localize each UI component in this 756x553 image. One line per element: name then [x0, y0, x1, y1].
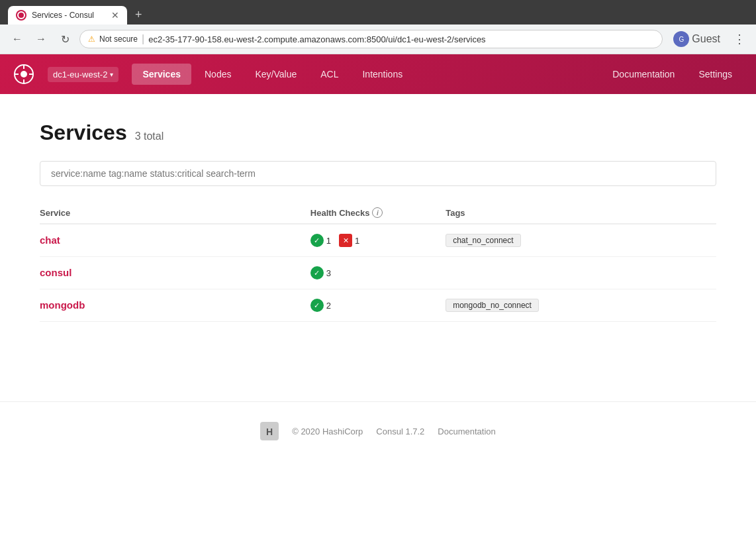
tag-mongodb-no-connect: mongodb_no_connect [446, 299, 539, 312]
table-row: consul ✓ 3 [40, 257, 716, 289]
service-name-chat[interactable]: chat [40, 234, 310, 246]
pass-count-consul: 3 [326, 268, 331, 278]
tags-chat: chat_no_connect [446, 234, 716, 247]
datacenter-selector[interactable]: dc1-eu-west-2 ▾ [48, 67, 118, 82]
nav-item-nodes[interactable]: Nodes [194, 64, 242, 85]
page-count: 3 total [135, 130, 164, 142]
nav-item-settings[interactable]: Settings [688, 64, 743, 85]
browser-menu-button[interactable]: ⋮ [731, 29, 748, 49]
datacenter-chevron-icon: ▾ [110, 71, 113, 78]
nav-item-acl[interactable]: ACL [310, 64, 349, 85]
browser-title-bar: Services - Consul ✕ + [0, 0, 756, 25]
header-health-checks: Health Checks i [310, 207, 446, 218]
table-row: mongodb ✓ 2 mongodb_no_connect [40, 289, 716, 322]
svg-point-1 [21, 71, 27, 77]
health-checks-mongodb: ✓ 2 [310, 299, 446, 312]
tag-chat-no-connect: chat_no_connect [446, 234, 520, 247]
health-checks-consul: ✓ 3 [310, 266, 446, 279]
service-name-mongodb[interactable]: mongodb [40, 299, 310, 311]
pass-icon: ✓ [310, 266, 324, 279]
nav-item-services[interactable]: Services [132, 64, 191, 85]
footer: H © 2020 HashiCorp Consul 1.7.2 Document… [0, 401, 756, 460]
page-title: Services [40, 121, 127, 145]
table-header: Service Health Checks i Tags [40, 202, 716, 225]
tab-title: Services - Consul [32, 11, 106, 20]
app-navbar: dc1-eu-west-2 ▾ Services Nodes Key/Value… [0, 54, 756, 94]
pass-icon: ✓ [310, 234, 324, 247]
pass-badge-consul: ✓ 3 [310, 266, 331, 279]
url-separator: | [142, 33, 144, 45]
fail-badge-chat: ✕ 1 [339, 234, 359, 247]
svg-text:H: H [266, 427, 273, 437]
tags-mongodb: mongodb_no_connect [446, 299, 716, 312]
nav-items: Services Nodes Key/Value ACL Intentions [132, 64, 602, 85]
footer-copyright: © 2020 HashiCorp [292, 427, 363, 436]
hashicorp-logo-icon: H [260, 422, 279, 440]
browser-tab[interactable]: Services - Consul ✕ [8, 6, 127, 25]
page-header: Services 3 total [40, 121, 716, 145]
table-row: chat ✓ 1 ✕ 1 chat_no_connect [40, 225, 716, 257]
pass-badge-chat: ✓ 1 [310, 234, 331, 247]
pass-count-chat: 1 [326, 236, 331, 246]
footer-documentation-link[interactable]: Documentation [438, 427, 495, 436]
fail-count-chat: 1 [355, 236, 359, 246]
profile-label: Guest [692, 33, 720, 45]
header-tags: Tags [446, 207, 716, 218]
forward-button[interactable]: → [32, 30, 50, 48]
header-service: Service [40, 207, 310, 218]
fail-icon: ✕ [339, 234, 352, 247]
nav-item-documentation[interactable]: Documentation [602, 64, 685, 85]
back-button[interactable]: ← [8, 30, 26, 48]
health-checks-chat: ✓ 1 ✕ 1 [310, 234, 446, 247]
health-checks-info-icon[interactable]: i [372, 207, 383, 218]
profile-icon: G [673, 31, 689, 47]
browser-chrome: Services - Consul ✕ + ← → ↻ ⚠ Not secure… [0, 0, 756, 54]
profile-button[interactable]: G Guest [668, 28, 726, 50]
search-container [40, 161, 716, 186]
pass-count-mongodb: 2 [326, 301, 331, 311]
search-input[interactable] [40, 161, 716, 186]
not-secure-label: Not secure [99, 34, 138, 44]
nav-right: Documentation Settings [602, 64, 743, 85]
reload-button[interactable]: ↻ [56, 30, 74, 48]
new-tab-button[interactable]: + [130, 5, 148, 25]
nav-item-keyvalue[interactable]: Key/Value [244, 64, 307, 85]
browser-controls: ← → ↻ ⚠ Not secure | G Guest ⋮ [0, 25, 756, 54]
app-logo[interactable] [13, 64, 34, 85]
datacenter-label: dc1-eu-west-2 [53, 70, 107, 79]
address-bar[interactable]: ⚠ Not secure | [79, 30, 663, 48]
tab-close-button[interactable]: ✕ [111, 11, 119, 20]
tab-favicon [16, 10, 26, 21]
nav-item-intentions[interactable]: Intentions [352, 64, 413, 85]
pass-badge-mongodb: ✓ 2 [310, 299, 331, 312]
service-name-consul[interactable]: consul [40, 267, 310, 279]
consul-logo-icon [13, 64, 34, 85]
footer-version: Consul 1.7.2 [376, 427, 424, 436]
pass-icon: ✓ [310, 299, 324, 312]
url-input[interactable] [148, 34, 654, 44]
main-content: Services 3 total Service Health Checks i… [0, 94, 756, 348]
services-table: Service Health Checks i Tags chat ✓ 1 ✕ … [40, 202, 716, 322]
lock-icon: ⚠ [88, 34, 95, 44]
